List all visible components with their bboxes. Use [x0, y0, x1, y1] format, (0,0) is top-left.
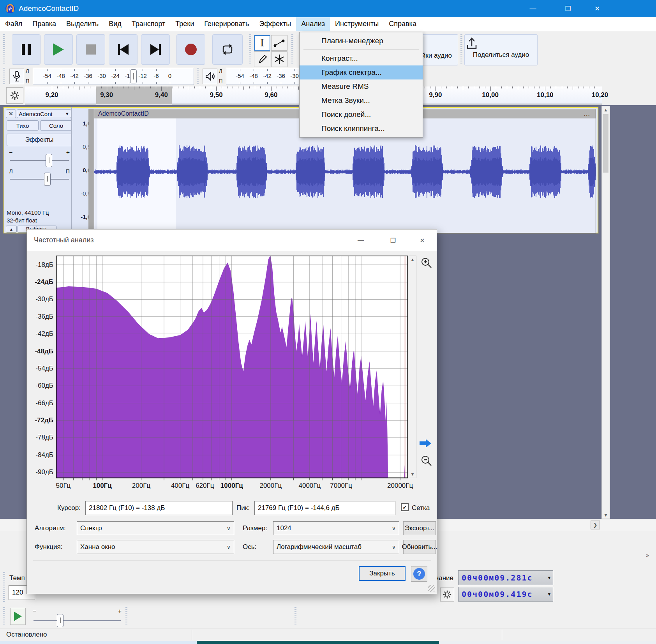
menubar-item-инструменты[interactable]: Инструменты — [330, 17, 384, 31]
dialog-resize-grip[interactable] — [428, 585, 435, 592]
menu-item[interactable]: Measure RMS — [300, 79, 423, 94]
meter-tick-label: -36 — [277, 72, 285, 79]
track-collapse-button[interactable]: ▲ — [6, 226, 17, 233]
multi-tool-button[interactable] — [271, 51, 287, 67]
play-at-speed-button[interactable] — [10, 608, 26, 625]
envelope-tool-button[interactable] — [271, 35, 287, 51]
clip-menu-icon[interactable]: ... — [584, 110, 590, 117]
zoom-out-icon[interactable] — [420, 455, 433, 467]
record-meter-slider-thumb[interactable] — [130, 69, 137, 83]
track-effects-button[interactable]: Эффекты — [7, 134, 72, 146]
menu-item[interactable]: Поиск долей... — [300, 108, 423, 122]
plot-scrollbar[interactable]: ▲ ▼ — [409, 256, 416, 478]
help-button[interactable]: ? — [411, 566, 427, 582]
scroll-down-icon[interactable]: ▼ — [409, 471, 416, 478]
play-button[interactable] — [44, 34, 73, 65]
chevron-down-icon[interactable]: ▼ — [546, 575, 553, 580]
menu-item[interactable]: Плагин-менеджер — [300, 34, 423, 48]
gain-slider-thumb[interactable] — [46, 154, 52, 167]
track-name-menu[interactable]: AdemcoCont▼ — [17, 109, 71, 118]
scroll-up-icon[interactable]: ▲ — [409, 256, 416, 263]
menu-item[interactable]: График спектра... — [300, 65, 423, 79]
menu-item[interactable]: Контраст... — [300, 51, 423, 65]
dialog-close-button[interactable]: ✕ — [416, 235, 429, 246]
chevron-down-icon[interactable]: ▼ — [546, 592, 553, 596]
skip-to-end-button[interactable] — [141, 34, 170, 65]
playback-meter-button[interactable] — [203, 69, 217, 84]
vertical-scrollbar[interactable]: ▲ ▼ — [601, 106, 610, 519]
spectrum-plot[interactable] — [56, 256, 409, 482]
track-mute-button[interactable]: Тихо — [7, 120, 39, 131]
refresh-button[interactable]: Обновить... — [403, 540, 436, 554]
function-select[interactable]: Ханна окно∨ — [77, 540, 234, 554]
speed-slider-thumb[interactable] — [57, 614, 63, 627]
axis-select[interactable]: Логарифмический масштаб∨ — [273, 540, 399, 554]
record-meter-button[interactable] — [9, 69, 24, 84]
toolbar-grip[interactable] — [3, 572, 5, 603]
meter-tick — [143, 69, 143, 71]
close-button[interactable]: ✕ — [591, 3, 604, 14]
cursor-value-field[interactable]: 21802 Гц (F10) = -138 дБ — [85, 501, 233, 515]
export-button[interactable]: Экспорт... — [403, 521, 436, 535]
menubar-item-правка[interactable]: Правка — [27, 17, 61, 31]
menubar-item-транспорт[interactable]: Транспорт — [127, 17, 171, 31]
vertical-scrollbar-thumb[interactable] — [603, 114, 608, 173]
toolbar-grip[interactable] — [3, 68, 5, 85]
pan-slider-thumb[interactable] — [44, 173, 51, 186]
peak-value-field[interactable]: 21769 Гц (F10) = -144,6 дБ — [254, 501, 395, 515]
track-close-button[interactable]: ✕ — [6, 109, 16, 118]
size-select[interactable]: 1024∨ — [273, 521, 399, 535]
scroll-right-icon[interactable]: ❯ — [591, 520, 600, 529]
toolbar-grip[interactable] — [294, 607, 296, 626]
pan-right-arrow-icon[interactable] — [420, 439, 433, 448]
playback-speed-slider[interactable]: − + — [31, 607, 123, 626]
timeline-options-button[interactable] — [6, 87, 23, 104]
toolbar-grip[interactable] — [197, 68, 199, 85]
menubar-item-эффекты[interactable]: Эффекты — [254, 17, 296, 31]
toolbar-grip[interactable] — [291, 34, 293, 65]
dialog-title-bar[interactable]: Частотный анализ — ❒ ✕ — [27, 229, 437, 251]
menubar-item-анализ[interactable]: Анализ — [296, 17, 330, 31]
draw-tool-button[interactable] — [254, 51, 270, 67]
time-display-end[interactable]: 00ч00м09.419с ▼ — [458, 587, 553, 602]
skip-to-start-button[interactable] — [109, 34, 138, 65]
share-audio-button[interactable]: Поделиться аудио — [464, 34, 538, 65]
plot-y-tick-label: -24дБ — [35, 278, 53, 286]
selection-settings-button[interactable] — [440, 588, 454, 602]
toolbar-grip[interactable] — [460, 34, 462, 65]
minimize-button[interactable]: — — [526, 3, 540, 14]
pause-button[interactable] — [12, 34, 41, 65]
menubar-item-выделить[interactable]: Выделить — [61, 17, 104, 31]
track-pan-slider[interactable]: Л П — [7, 168, 72, 186]
toolbar-grip[interactable] — [3, 607, 5, 626]
zoom-in-icon[interactable] — [420, 257, 433, 269]
menu-item[interactable]: Метка Звуки... — [300, 94, 423, 108]
algorithm-select[interactable]: Спектр∨ — [77, 521, 234, 535]
menubar-item-справка[interactable]: Справка — [384, 17, 421, 31]
menu-item[interactable]: Поиск клиппинга... — [300, 122, 423, 136]
scroll-down-icon[interactable]: ▼ — [602, 512, 610, 519]
menubar-item-вид[interactable]: Вид — [104, 17, 127, 31]
track-solo-button[interactable]: Соло — [40, 120, 72, 131]
track-gain-slider[interactable]: − + — [7, 149, 72, 167]
stop-button[interactable] — [76, 34, 105, 65]
toolbar-grip[interactable] — [3, 34, 5, 65]
dialog-close-action-button[interactable]: Закрыть — [359, 566, 406, 581]
record-button[interactable] — [176, 34, 205, 65]
record-meter[interactable]: -54-48-42-36-30-24-18-12-60 — [33, 68, 194, 85]
toolbar-overflow-icon[interactable]: » — [646, 552, 649, 558]
loop-button[interactable] — [212, 34, 243, 65]
selection-tool-button[interactable]: I — [254, 35, 270, 51]
grid-checkbox[interactable]: ✓ — [401, 503, 409, 511]
meter-tick-label: -36 — [84, 72, 92, 79]
dialog-minimize-button[interactable]: — — [354, 235, 367, 246]
menubar-item-генерировать[interactable]: Генерировать — [199, 17, 254, 31]
maximize-button[interactable]: ❒ — [561, 3, 575, 14]
toolbar-grip[interactable] — [249, 34, 251, 65]
scroll-up-icon[interactable]: ▲ — [602, 106, 610, 113]
menubar-item-треки[interactable]: Треки — [170, 17, 199, 31]
menubar-item-файл[interactable]: Файл — [0, 17, 27, 31]
time-display-start[interactable]: 00ч00м09.281с ▼ — [458, 570, 553, 585]
dialog-maximize-button[interactable]: ❒ — [387, 235, 399, 246]
toolbar-grip[interactable] — [125, 607, 127, 626]
